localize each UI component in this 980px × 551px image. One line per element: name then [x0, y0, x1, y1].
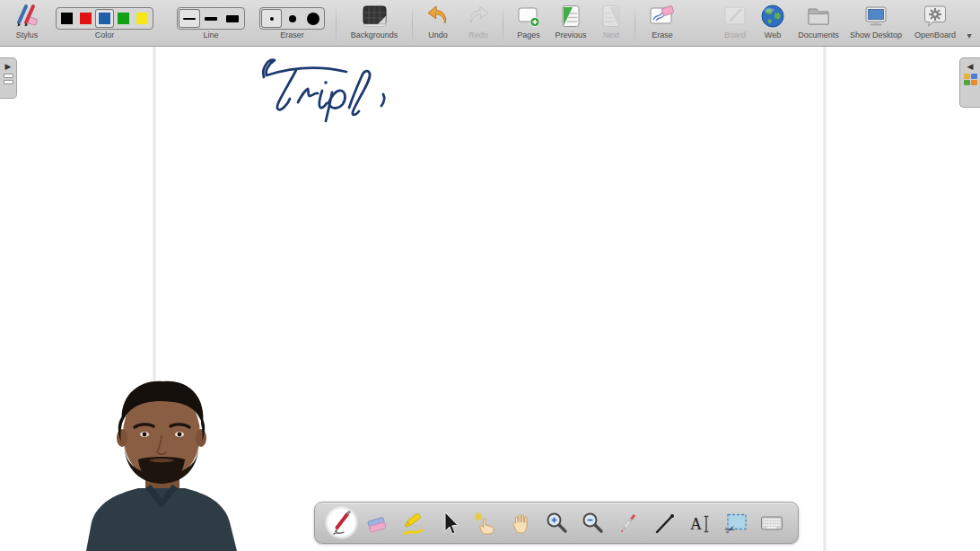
openboard-window: Stylus Color Line: [0, 0, 980, 551]
color-swatch-red[interactable]: [76, 9, 95, 28]
color-group: Color: [56, 3, 153, 46]
color-swatch-black[interactable]: [57, 9, 76, 28]
show-desktop-label: Show Desktop: [850, 31, 902, 39]
toolbar-caret-button[interactable]: ▾: [964, 3, 975, 46]
top-toolbar: Stylus Color Line: [0, 0, 980, 47]
backgrounds-button[interactable]: Backgrounds: [341, 3, 407, 46]
eraser-tool-button[interactable]: [360, 505, 394, 541]
pages-button[interactable]: Pages: [508, 3, 549, 46]
color-swatch-yellow[interactable]: [133, 9, 152, 28]
toolbar-separator: [503, 4, 503, 44]
pages-label: Pages: [517, 31, 540, 39]
web-button[interactable]: Web: [754, 3, 792, 46]
line-thin[interactable]: [179, 9, 200, 28]
color-swatch-green[interactable]: [114, 9, 133, 28]
next-page-icon: [598, 3, 625, 30]
web-label: Web: [765, 31, 781, 39]
text-tool-button[interactable]: A: [683, 505, 717, 541]
laser-pointer-icon: [616, 511, 641, 536]
eraser-small[interactable]: [261, 9, 282, 28]
openboard-label: OpenBoard: [914, 31, 956, 39]
previous-page-icon: [557, 3, 584, 30]
highlighter-icon: [400, 511, 425, 536]
undo-icon: [424, 3, 451, 30]
eraser-medium[interactable]: [282, 9, 302, 28]
erase-label: Erase: [652, 31, 673, 39]
board-mode-icon: [722, 3, 748, 30]
line-thick[interactable]: [222, 9, 243, 28]
laser-pointer-tool-button[interactable]: [611, 505, 645, 541]
stylus-label: Stylus: [16, 31, 39, 39]
triangle-left-icon: ◀: [967, 62, 974, 71]
page-navigator-tab[interactable]: ▶: [0, 57, 17, 99]
line-label: Line: [203, 31, 218, 39]
zoom-in-icon: [544, 511, 569, 536]
openboard-menu-button[interactable]: OpenBoard: [906, 3, 964, 46]
backgrounds-label: Backgrounds: [351, 31, 398, 39]
pan-hand-icon: [508, 511, 533, 536]
keyboard-icon: [759, 511, 784, 536]
line-options: [177, 7, 245, 30]
color-swatch-blue[interactable]: [95, 9, 114, 28]
pen-tool-button[interactable]: [324, 505, 358, 541]
eraser-large[interactable]: [302, 9, 323, 28]
pages-icon: [515, 3, 542, 30]
line-tool-button[interactable]: [647, 505, 681, 541]
arrow-cursor-icon: [436, 511, 461, 536]
toolbar-separator: [412, 4, 413, 44]
redo-button[interactable]: Redo: [459, 3, 498, 46]
show-desktop-button[interactable]: Show Desktop: [845, 3, 906, 46]
highlighter-tool-button[interactable]: [396, 505, 430, 541]
openboard-gear-icon: [922, 3, 949, 30]
pen-icon: [328, 511, 354, 536]
stylus-icon: [13, 3, 40, 30]
color-label: Color: [95, 31, 115, 39]
board-mode-button[interactable]: Board: [716, 3, 754, 46]
redo-icon: [465, 3, 492, 30]
eraser-options: [259, 7, 325, 30]
stylus-palette-toolbar: A ✂: [314, 502, 799, 544]
presenter-webcam: [75, 377, 248, 551]
web-globe-icon: [759, 3, 786, 30]
line-icon: [652, 511, 677, 536]
erase-icon: [648, 3, 677, 30]
zoom-in-tool-button[interactable]: [539, 505, 573, 541]
redo-label: Redo: [468, 31, 488, 39]
zoom-out-tool-button[interactable]: [575, 505, 609, 541]
documents-label: Documents: [798, 31, 839, 39]
triangle-right-icon: ▶: [5, 62, 12, 71]
line-medium[interactable]: [200, 9, 222, 28]
toolbar-separator: [336, 4, 337, 44]
previous-page-button[interactable]: Previous: [549, 3, 592, 46]
board-mode-label: Board: [724, 31, 746, 39]
library-icon: [964, 74, 977, 85]
show-desktop-monitor-icon: [862, 3, 889, 30]
line-group: Line: [177, 3, 245, 46]
erase-button[interactable]: Erase: [640, 3, 685, 46]
toolbar-separator: [634, 4, 635, 44]
capture-scissors-icon: ✂: [723, 511, 748, 536]
svg-text:A: A: [690, 515, 702, 533]
previous-page-label: Previous: [555, 31, 586, 39]
eraser-label: Eraser: [280, 31, 304, 39]
scroll-hand-tool-button[interactable]: [503, 505, 538, 541]
color-swatches: [56, 7, 153, 30]
documents-button[interactable]: Documents: [792, 3, 845, 46]
capture-tool-button[interactable]: ✂: [719, 505, 753, 541]
library-tab[interactable]: ◀: [959, 57, 980, 108]
stylus-button[interactable]: Stylus: [7, 3, 47, 46]
undo-label: Undo: [428, 31, 448, 39]
interact-hand-icon: [472, 511, 497, 536]
undo-button[interactable]: Undo: [417, 3, 459, 46]
whiteboard-canvas[interactable]: ▶ ◀: [0, 47, 980, 551]
chevron-down-icon: ▾: [967, 31, 971, 40]
interact-tool-button[interactable]: [468, 505, 502, 541]
selector-tool-button[interactable]: [432, 505, 466, 541]
eraser-icon: [364, 511, 389, 536]
text-icon: A: [687, 511, 713, 536]
documents-folder-icon: [805, 3, 832, 30]
virtual-keyboard-tool-button[interactable]: [755, 505, 789, 541]
next-page-button[interactable]: Next: [592, 3, 630, 46]
zoom-out-icon: [580, 511, 605, 536]
eraser-group: Eraser: [259, 3, 325, 46]
